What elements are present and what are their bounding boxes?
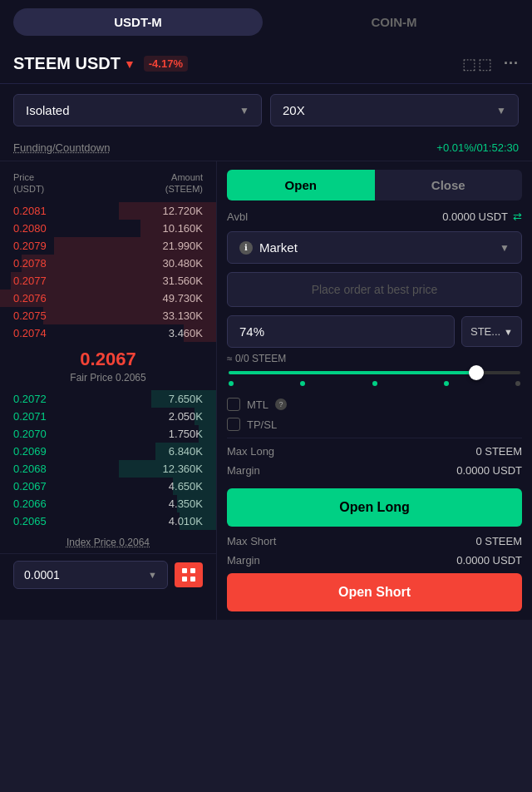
table-row[interactable]: 0.2072 7.650K — [0, 390, 216, 408]
right-panel: Open Close Avbl 0.0000 USDT ⇄ ℹ Market ▼… — [216, 161, 532, 620]
margin-long-value: 0.0000 USDT — [456, 464, 522, 477]
tab-usdt-m[interactable]: USDT-M — [13, 8, 263, 36]
mtl-help-icon[interactable]: ? — [275, 398, 287, 410]
ob-header: Price (USDT) Amount (STEEM) — [0, 168, 216, 202]
table-row[interactable]: 0.2078 30.480K — [0, 255, 216, 272]
margin-type-arrow-icon: ▼ — [239, 105, 249, 116]
svg-rect-1 — [190, 568, 195, 573]
current-price[interactable]: 0.2067 — [13, 349, 203, 370]
buy-orders: 0.2072 7.650K 0.2071 2.050K 0.2070 1.750… — [0, 390, 216, 530]
currency-select-button[interactable]: STE... ▼ — [461, 316, 522, 347]
table-row[interactable]: 0.2065 4.010K — [0, 512, 216, 530]
tab-close[interactable]: Close — [375, 170, 523, 200]
svg-rect-3 — [190, 577, 195, 582]
order-type-arrow-icon: ▼ — [500, 242, 510, 254]
open-long-button[interactable]: Open Long — [227, 488, 522, 527]
index-price-label: Index Price 0.2064 — [66, 537, 150, 548]
open-close-tabs: Open Close — [227, 170, 522, 200]
table-row[interactable]: 0.2068 12.360K — [0, 460, 216, 478]
price-input-placeholder[interactable]: Place order at best price — [227, 272, 522, 307]
divider-1 — [227, 438, 522, 438]
percentage-input[interactable]: 74% — [227, 315, 455, 348]
tpsl-row: TP/SL — [227, 418, 522, 431]
avbl-value: 0.0000 USDT ⇄ — [442, 210, 522, 223]
slider-dot-50 — [372, 381, 377, 386]
pair-title[interactable]: STEEM USDT — [13, 54, 121, 73]
margin-short-label: Margin — [227, 554, 260, 567]
amount-row: 74% STE... ▼ — [227, 315, 522, 348]
max-short-label: Max Short — [227, 535, 276, 547]
table-row[interactable]: 0.2075 33.130K — [0, 307, 216, 324]
mtl-label: MTL — [247, 398, 268, 411]
table-row[interactable]: 0.2076 49.730K — [0, 290, 216, 307]
order-type-dropdown[interactable]: ℹ Market ▼ — [227, 231, 522, 264]
avbl-label: Avbl — [227, 210, 248, 223]
controls-row: Isolated ▼ 20X ▼ — [0, 84, 532, 136]
header-icons: ⬚⬚ ··· — [462, 55, 519, 73]
mtl-row: MTL ? — [227, 398, 522, 411]
index-price-row: Index Price 0.2064 — [0, 530, 216, 553]
tab-coin-m[interactable]: COIN-M — [269, 8, 519, 36]
grid-view-button[interactable] — [175, 562, 203, 587]
table-row[interactable]: 0.2080 10.160K — [0, 220, 216, 237]
ticker-arrow-icon: ▼ — [148, 570, 157, 580]
margin-type-select[interactable]: Isolated ▼ — [13, 94, 262, 126]
table-row[interactable]: 0.2066 4.350K — [0, 495, 216, 512]
max-long-label: Max Long — [227, 445, 274, 458]
max-short-row: Max Short 0 STEEM — [227, 532, 522, 551]
margin-short-row: Margin 0.0000 USDT — [227, 551, 522, 570]
approx-value: ≈ 0/0 STEEM — [227, 353, 522, 364]
open-short-button[interactable]: Open Short — [227, 573, 522, 611]
max-long-value: 0 STEEM — [475, 445, 522, 458]
max-short-value: 0 STEEM — [475, 535, 522, 547]
table-row[interactable]: 0.2070 1.750K — [0, 425, 216, 443]
table-row[interactable]: 0.2074 3.460K — [0, 324, 216, 342]
ob-amount-header: Amount (STEEM) — [165, 171, 203, 196]
funding-row: Funding/Countdown +0.01%/01:52:30 — [0, 136, 532, 161]
price-arrow-icon: ▼ — [124, 57, 135, 71]
order-type-left: ℹ Market — [239, 240, 298, 255]
transfer-icon[interactable]: ⇄ — [513, 210, 522, 223]
ticker-input-select[interactable]: 0.0001 ▼ — [13, 561, 168, 589]
table-row[interactable]: 0.2079 21.990K — [0, 237, 216, 255]
price-change-badge: -4.17% — [144, 56, 188, 72]
table-row[interactable]: 0.2071 2.050K — [0, 408, 216, 425]
margin-long-label: Margin — [227, 464, 260, 477]
funding-value: +0.01%/01:52:30 — [436, 141, 519, 154]
orderbook: Price (USDT) Amount (STEEM) 0.2081 12.72… — [0, 161, 216, 620]
mid-price: 0.2067 Fair Price 0.2065 — [0, 342, 216, 390]
svg-rect-0 — [182, 568, 187, 573]
slider-dot-25 — [300, 381, 305, 386]
main-content: Price (USDT) Amount (STEEM) 0.2081 12.72… — [0, 161, 532, 620]
slider-dot-0 — [229, 381, 234, 386]
table-row[interactable]: 0.2067 4.650K — [0, 478, 216, 495]
chart-icon[interactable]: ⬚⬚ — [462, 55, 494, 73]
ob-price-header: Price (USDT) — [13, 171, 165, 196]
fair-price: Fair Price 0.2065 — [13, 372, 203, 384]
order-type-label: Market — [259, 240, 298, 255]
tpsl-checkbox[interactable] — [227, 418, 240, 431]
ticker-row: 0.0001 ▼ — [0, 553, 216, 596]
leverage-arrow-icon: ▼ — [496, 105, 506, 116]
table-row[interactable]: 0.2077 31.560K — [0, 272, 216, 290]
grid-icon — [181, 567, 196, 582]
header: STEEM USDT ▼ -4.17% ⬚⬚ ··· — [0, 44, 532, 84]
funding-label: Funding/Countdown — [13, 141, 110, 154]
svg-rect-2 — [182, 577, 187, 582]
avbl-row: Avbl 0.0000 USDT ⇄ — [227, 210, 522, 223]
ste-arrow-icon: ▼ — [504, 327, 513, 337]
mtl-checkbox[interactable] — [227, 398, 240, 411]
tab-open[interactable]: Open — [227, 170, 375, 200]
slider-dot-100 — [515, 381, 520, 386]
info-icon: ℹ — [239, 241, 253, 255]
slider-dot-75 — [444, 381, 449, 386]
sell-orders: 0.2081 12.720K 0.2080 10.160K 0.2079 21.… — [0, 202, 216, 342]
top-tabs-container: USDT-M COIN-M — [0, 0, 532, 44]
amount-slider[interactable] — [227, 371, 522, 386]
table-row[interactable]: 0.2081 12.720K — [0, 202, 216, 220]
max-long-row: Max Long 0 STEEM — [227, 442, 522, 461]
margin-long-row: Margin 0.0000 USDT — [227, 461, 522, 480]
more-icon[interactable]: ··· — [504, 55, 519, 72]
table-row[interactable]: 0.2069 6.840K — [0, 443, 216, 460]
leverage-select[interactable]: 20X ▼ — [270, 94, 519, 126]
